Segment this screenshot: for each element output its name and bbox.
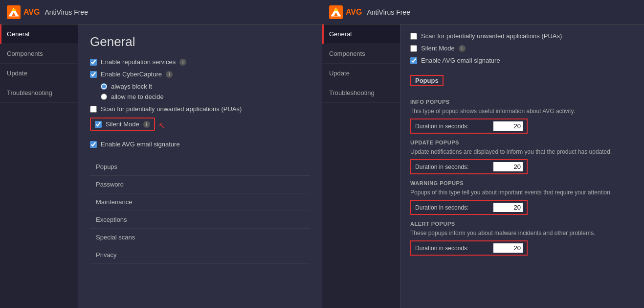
right-body: General Components Update Troubleshootin… <box>322 24 644 308</box>
popups-section-header: Popups <box>410 69 634 93</box>
silent-mode-label: Silent Mode <box>106 120 139 128</box>
right-main-content: Scan for potentially unwanted applicatio… <box>400 24 644 308</box>
alert-popups-section: ALERT POPUPS These popups inform you abo… <box>410 221 634 256</box>
cybercapture-row: Enable CyberCapture i <box>90 71 310 78</box>
info-popups-desc: This type of popup shows useful informat… <box>410 108 634 115</box>
right-silent-label: Silent Mode <box>421 45 455 52</box>
avg-logo-icon-right <box>329 5 343 19</box>
right-scan-pua-row: Scan for potentially unwanted applicatio… <box>410 32 634 40</box>
update-popups-duration-row: Duration in seconds: <box>410 159 528 174</box>
right-email-sig-label: Enable AVG email signature <box>421 57 500 64</box>
avg-brand: AVG <box>23 8 40 17</box>
cybercapture-label: Enable CyberCapture <box>101 71 162 78</box>
allow-decide-label: allow me to decide <box>111 93 164 100</box>
silent-mode-info-icon[interactable]: i <box>143 121 150 128</box>
sidebar-item-update[interactable]: Update <box>0 64 78 83</box>
scan-pua-label: Scan for potentially unwanted applicatio… <box>101 105 242 113</box>
section-links: Popups Password Maintenance Exceptions S… <box>90 158 310 264</box>
update-popups-title: UPDATE POPUPS <box>410 140 634 145</box>
silent-mode-row: Silent Mode i <box>90 118 155 131</box>
link-exceptions[interactable]: Exceptions <box>90 211 310 229</box>
reputation-checkbox[interactable] <box>90 59 97 66</box>
warning-popups-duration-row: Duration in seconds: <box>410 200 528 215</box>
link-password[interactable]: Password <box>90 176 310 193</box>
alert-duration-label: Duration in seconds: <box>415 245 493 252</box>
svg-rect-7 <box>334 9 338 11</box>
right-silent-info-icon[interactable]: i <box>459 45 466 52</box>
alert-popups-duration-row: Duration in seconds: <box>410 240 528 256</box>
right-email-sig-checkbox[interactable] <box>410 57 417 64</box>
reputation-info-icon[interactable]: i <box>179 59 186 66</box>
info-popups-section: INFO POPUPS This type of popup shows use… <box>410 99 634 134</box>
update-duration-label: Duration in seconds: <box>415 164 493 170</box>
email-sig-row: Enable AVG email signature <box>90 141 310 148</box>
right-scan-pua-checkbox[interactable] <box>410 33 417 40</box>
avg-logo: AVG <box>7 5 40 19</box>
info-popups-duration-row: Duration in seconds: <box>410 118 528 134</box>
left-body: General Components Update Troubleshootin… <box>0 24 322 308</box>
warning-popups-section: WARNING POPUPS Popups of this type tell … <box>410 180 634 215</box>
link-privacy[interactable]: Privacy <box>90 246 310 264</box>
avg-logo-right: AVG <box>329 5 362 19</box>
warning-popups-desc: Popups of this type tell you about impor… <box>410 189 634 196</box>
warning-duration-label: Duration in seconds: <box>415 204 493 211</box>
left-panel: AVG AntiVirus Free General Components Up… <box>0 0 322 308</box>
silent-mode-wrapper: Silent Mode i ↖ <box>90 118 310 136</box>
link-popups[interactable]: Popups <box>90 158 310 176</box>
alert-duration-input[interactable] <box>493 243 523 253</box>
link-maintenance[interactable]: Maintenance <box>90 193 310 211</box>
left-sidebar: General Components Update Troubleshootin… <box>0 24 78 308</box>
sidebar-item-general[interactable]: General <box>0 24 78 44</box>
right-sidebar-item-components[interactable]: Components <box>322 44 400 64</box>
info-duration-input[interactable] <box>493 121 523 131</box>
svg-rect-3 <box>12 9 16 11</box>
left-main-content: General Enable reputation services i Ena… <box>78 24 322 308</box>
always-block-radio[interactable] <box>101 83 107 90</box>
avg-logo-icon <box>7 5 21 19</box>
left-header: AVG AntiVirus Free <box>0 0 322 24</box>
link-special-scans[interactable]: Special scans <box>90 229 310 246</box>
allow-decide-radio[interactable] <box>101 94 107 100</box>
warning-duration-input[interactable] <box>493 203 523 212</box>
right-email-sig-row: Enable AVG email signature <box>410 57 634 64</box>
silent-mode-checkbox[interactable] <box>95 121 102 128</box>
cursor-indicator: ↖ <box>158 121 166 131</box>
scan-pua-row: Scan for potentially unwanted applicatio… <box>90 105 310 113</box>
right-sidebar: General Components Update Troubleshootin… <box>322 24 400 308</box>
right-scan-pua-label: Scan for potentially unwanted applicatio… <box>421 32 562 40</box>
cybercapture-checkbox[interactable] <box>90 71 97 78</box>
right-sidebar-item-general[interactable]: General <box>322 24 400 44</box>
update-duration-input[interactable] <box>493 162 523 171</box>
page-title: General <box>90 34 310 49</box>
update-popups-desc: Update notifications are displayed to in… <box>410 148 634 155</box>
email-sig-checkbox[interactable] <box>90 141 97 148</box>
info-popups-title: INFO POPUPS <box>410 99 634 105</box>
right-sidebar-item-update[interactable]: Update <box>322 64 400 83</box>
right-silent-row: Silent Mode i <box>410 45 634 52</box>
alert-popups-title: ALERT POPUPS <box>410 221 634 227</box>
reputation-label: Enable reputation services <box>101 58 176 66</box>
cybercapture-radio-group: always block it allow me to decide <box>101 83 310 100</box>
sidebar-item-troubleshooting[interactable]: Troubleshooting <box>0 83 78 103</box>
right-panel: AVG AntiVirus Free General Components Up… <box>322 0 644 308</box>
always-block-label: always block it <box>111 83 152 90</box>
cybercapture-info-icon[interactable]: i <box>166 71 173 78</box>
allow-decide-row: allow me to decide <box>101 93 310 100</box>
email-sig-label: Enable AVG email signature <box>101 141 180 148</box>
app-title-left: AntiVirus Free <box>44 8 88 16</box>
scan-pua-checkbox[interactable] <box>90 106 97 113</box>
always-block-row: always block it <box>101 83 310 90</box>
app-title-right: AntiVirus Free <box>367 8 410 16</box>
right-silent-checkbox[interactable] <box>410 45 417 52</box>
warning-popups-title: WARNING POPUPS <box>410 180 634 186</box>
avg-brand-right: AVG <box>346 8 362 17</box>
sidebar-item-components[interactable]: Components <box>0 44 78 64</box>
right-header: AVG AntiVirus Free <box>322 0 644 24</box>
alert-popups-desc: These popups inform you about malware in… <box>410 230 634 237</box>
reputation-row: Enable reputation services i <box>90 58 310 66</box>
right-sidebar-item-troubleshooting[interactable]: Troubleshooting <box>322 83 400 103</box>
info-duration-label: Duration in seconds: <box>415 123 493 130</box>
update-popups-section: UPDATE POPUPS Update notifications are d… <box>410 140 634 174</box>
